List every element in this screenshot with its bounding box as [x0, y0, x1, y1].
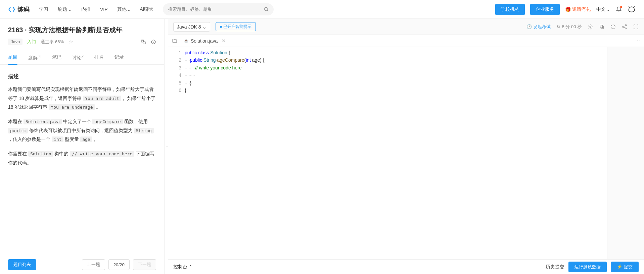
timer: ↻8 分 00 秒 [557, 24, 582, 30]
top-nav: 炼码 学习 刷题 ⌄ 内推 VIP 其他... AI聊天 学校机构 企业服务 🎁… [0, 0, 644, 19]
problem-meta: Java 入门 通过率 66% ☆ A [8, 39, 156, 45]
right-panel: Java JDK 8 ⌄ 已开启智能提示 🕒发起考试 ↻8 分 00 秒 ☕ S… [168, 19, 644, 274]
java-icon: ☕ [184, 39, 189, 43]
info-icon[interactable] [151, 39, 156, 45]
svg-point-13 [625, 28, 627, 29]
minimap[interactable] [607, 47, 644, 259]
resize-handle[interactable]: ⋮ [165, 19, 168, 274]
tab-solution[interactable]: 题解30 [28, 51, 41, 64]
nav-practice[interactable]: 刷题 ⌄ [58, 6, 72, 12]
svg-line-1 [267, 10, 268, 11]
bell-icon[interactable] [616, 6, 622, 12]
chevron-down-icon: ⌄ [68, 7, 72, 12]
run-button[interactable]: 运行测试数据 [568, 262, 607, 272]
search-box [163, 3, 274, 15]
dots-icon: ⋮ [165, 145, 168, 149]
code-editor[interactable]: 123456 public·class·Solution { ····publi… [168, 47, 644, 259]
chevron-down-icon: ⌄ [202, 24, 206, 30]
history-link[interactable]: 历史提交 [546, 264, 564, 270]
more-icon[interactable]: ⋯ [635, 38, 640, 44]
level-tag: 入门 [27, 39, 36, 45]
svg-point-0 [264, 7, 267, 10]
chevron-down-icon: ⌄ [606, 7, 610, 12]
chevron-up-icon: ⌃ [189, 264, 193, 270]
next-button: 下一题 [133, 259, 156, 270]
desc-p3: 你需要在 Solution 类中的 // write your code her… [8, 149, 156, 167]
history-icon: ↻ [557, 24, 560, 29]
settings-icon[interactable] [588, 24, 593, 30]
start-exam[interactable]: 🕒发起考试 [526, 24, 551, 30]
svg-point-8 [590, 26, 591, 28]
logo-icon [8, 6, 15, 13]
problem-title: 2163 · 实现方法根据年龄判断是否成年 [8, 25, 156, 35]
nav-other[interactable]: 其他... [117, 6, 131, 12]
enterprise-button[interactable]: 企业服务 [530, 4, 560, 15]
close-icon[interactable]: ✕ [222, 38, 226, 44]
nav-referral[interactable]: 内推 [81, 6, 91, 12]
gift-icon: 🎁 [565, 7, 571, 12]
tab-notes[interactable]: 笔记 [52, 51, 61, 64]
notification-dot [620, 6, 622, 8]
nav-right: 学校机构 企业服务 🎁邀请有礼 中文 ⌄ [495, 4, 636, 15]
lightning-icon: ⚡ [617, 264, 623, 269]
file-name: Solution.java [191, 38, 218, 44]
left-bottom-bar: 题目列表 上一题 20/20 下一题 [0, 255, 164, 274]
code-content[interactable]: public·class·Solution { ····public·Strin… [185, 47, 607, 259]
problem-header: 2163 · 实现方法根据年龄判断是否成年 Java 入门 通过率 66% ☆ … [0, 19, 164, 51]
file-bar: ☕ Solution.java ✕ ⋯ [168, 35, 644, 47]
svg-line-14 [624, 25, 626, 26]
cat-icon[interactable] [627, 5, 636, 14]
search-icon[interactable] [264, 7, 269, 12]
prev-button[interactable]: 上一题 [82, 259, 105, 270]
console-toggle[interactable]: 控制台 ⌃ [173, 264, 193, 270]
svg-line-15 [624, 27, 626, 28]
lang-tag: Java [8, 39, 22, 45]
nav-links: 学习 刷题 ⌄ 内推 VIP 其他... AI聊天 [39, 6, 153, 12]
pass-rate: 通过率 66% [41, 39, 64, 45]
star-icon[interactable]: ☆ [68, 39, 73, 45]
tab-record[interactable]: 记录 [114, 51, 124, 64]
svg-text:A: A [142, 40, 143, 42]
problem-tabs: 题目 题解30 笔记 讨论2 排名 记录 [0, 51, 164, 65]
search-input[interactable] [163, 3, 274, 15]
desc-p2: 本题在 Solution.java 中定义了一个 ageCompare 函数，使… [8, 117, 156, 144]
brand-name: 炼码 [17, 5, 30, 13]
tab-description[interactable]: 题目 [8, 51, 17, 64]
language-selector[interactable]: Java JDK 8 ⌄ [173, 22, 210, 32]
logo[interactable]: 炼码 [8, 5, 30, 13]
desc-p1: 本题我们要编写代码实现根据年龄返回不同字符串，如果年龄大于或者等于 18 岁就算… [8, 85, 156, 112]
reset-icon[interactable] [610, 24, 616, 30]
left-panel: 2163 · 实现方法根据年龄判断是否成年 Java 入门 通过率 66% ☆ … [0, 19, 165, 274]
hint-badge[interactable]: 已开启智能提示 [216, 22, 256, 31]
tab-rank[interactable]: 排名 [94, 51, 104, 64]
folder-icon[interactable] [172, 38, 177, 44]
nav-ai-chat[interactable]: AI聊天 [140, 6, 153, 12]
clock-icon: 🕒 [526, 24, 532, 29]
right-bottom-bar: 控制台 ⌃ 历史提交 运行测试数据 ⚡提交 [168, 259, 644, 274]
tab-discuss[interactable]: 讨论2 [72, 51, 84, 64]
invite-link[interactable]: 🎁邀请有礼 [565, 6, 591, 12]
line-gutter: 123456 [168, 47, 185, 259]
code-toolbar: Java JDK 8 ⌄ 已开启智能提示 🕒发起考试 ↻8 分 00 秒 [168, 19, 644, 35]
problem-description: 描述 本题我们要编写代码实现根据年龄返回不同字符串，如果年龄大于或者等于 18 … [0, 65, 164, 255]
dot-icon [220, 26, 222, 28]
submit-button[interactable]: ⚡提交 [611, 262, 639, 272]
copy-icon[interactable] [599, 24, 604, 30]
svg-point-11 [625, 24, 627, 26]
nav-study[interactable]: 学习 [39, 6, 48, 12]
svg-point-12 [623, 26, 624, 28]
svg-rect-9 [601, 26, 603, 29]
file-tab[interactable]: ☕ Solution.java ✕ [181, 38, 228, 44]
nav-vip[interactable]: VIP [100, 7, 108, 12]
problem-list-button[interactable]: 题目列表 [8, 259, 36, 270]
svg-rect-10 [600, 25, 603, 28]
school-button[interactable]: 学校机构 [495, 4, 525, 15]
section-title: 描述 [8, 71, 156, 81]
translate-icon[interactable]: A [141, 39, 146, 45]
language-select[interactable]: 中文 ⌄ [596, 6, 610, 12]
share-icon[interactable] [622, 24, 627, 30]
fullscreen-icon[interactable] [633, 24, 639, 30]
main: 2163 · 实现方法根据年龄判断是否成年 Java 入门 通过率 66% ☆ … [0, 19, 644, 274]
counter-button[interactable]: 20/20 [108, 259, 130, 270]
